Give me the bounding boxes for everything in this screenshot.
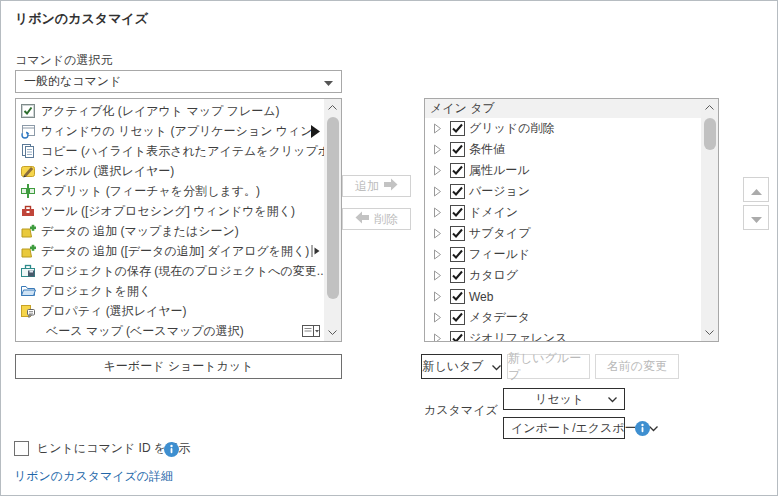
new-group-label: 新しいグループ: [508, 350, 589, 384]
toolbox-icon: [20, 203, 36, 219]
flyout-arrow-icon[interactable]: [311, 125, 324, 138]
expander-icon[interactable]: [433, 333, 442, 341]
scrollbar-thumb[interactable]: [327, 117, 339, 299]
tab-item[interactable]: メタデータ: [425, 307, 701, 328]
info-icon[interactable]: [164, 442, 179, 457]
keyboard-shortcuts-label: キーボード ショートカット: [104, 358, 254, 375]
show-command-id-checkbox[interactable]: [14, 441, 29, 456]
tab-item[interactable]: Web: [425, 286, 701, 307]
tab-checkbox[interactable]: [450, 163, 465, 178]
rename-button[interactable]: 名前の変更: [595, 354, 679, 379]
tab-item[interactable]: サブタイプ: [425, 223, 701, 244]
command-item[interactable]: コピー (ハイライト表示されたアイテムをクリップボー...: [16, 141, 324, 161]
flyout-arrow-small-icon[interactable]: [311, 245, 324, 257]
symbol-icon: [20, 163, 36, 179]
triangle-up-icon: [751, 181, 762, 199]
tab-checkbox[interactable]: [450, 268, 465, 283]
tabs-scrollbar[interactable]: [701, 99, 718, 341]
split-icon: [20, 183, 36, 199]
command-item[interactable]: プロジェクトを開く: [16, 281, 324, 301]
tab-checkbox[interactable]: [450, 205, 465, 220]
expander-icon[interactable]: [433, 270, 442, 281]
command-item[interactable]: ベース マップ (ベースマップの選択): [16, 321, 324, 341]
expander-icon[interactable]: [433, 291, 442, 302]
tab-checkbox[interactable]: [450, 184, 465, 199]
expander-icon[interactable]: [433, 312, 442, 323]
tab-label: ジオリファレンス: [469, 330, 567, 341]
add-data-icon: [20, 243, 36, 259]
tabs-tree-rows: グリッドの削除 条件値 属性ルール バージョン ドメイン: [425, 118, 701, 341]
tab-checkbox[interactable]: [450, 226, 465, 241]
expander-icon[interactable]: [433, 207, 442, 218]
commands-scrollbar[interactable]: [324, 99, 341, 341]
tab-item[interactable]: 属性ルール: [425, 160, 701, 181]
new-tab-label: 新しいタブ: [422, 358, 483, 375]
arrow-right-icon: [384, 178, 398, 194]
info-icon[interactable]: [635, 421, 650, 436]
command-label: コピー (ハイライト表示されたアイテムをクリップボー...: [41, 143, 324, 160]
tab-item[interactable]: バージョン: [425, 181, 701, 202]
new-group-button[interactable]: 新しいグループ: [507, 354, 590, 379]
command-item[interactable]: データの 追加 (マップまたはシーン): [16, 221, 324, 241]
tab-item[interactable]: ドメイン: [425, 202, 701, 223]
command-item[interactable]: ウィンドウの リセット (アプリケーション ウィンドウを...: [16, 121, 324, 141]
arrow-left-icon: [355, 211, 369, 227]
scroll-up-button[interactable]: [701, 99, 718, 116]
chevron-down-icon: [649, 421, 658, 435]
import-export-label: インポート/エクスポート: [511, 420, 649, 437]
commands-list: アクティブ化 (レイアウト マップ フレーム) ウィンドウの リセット (アプリ…: [15, 98, 342, 342]
tab-item[interactable]: 条件値: [425, 139, 701, 160]
remove-button[interactable]: 削除: [342, 208, 411, 230]
expander-icon[interactable]: [433, 165, 442, 176]
tab-checkbox[interactable]: [450, 121, 465, 136]
command-label: データの 追加 (マップまたはシーン): [41, 223, 239, 240]
command-item[interactable]: シンボル (選択レイヤー): [16, 161, 324, 181]
scroll-down-button[interactable]: [701, 324, 718, 341]
scroll-up-button[interactable]: [324, 99, 341, 116]
expander-icon[interactable]: [433, 228, 442, 239]
command-item[interactable]: データの 追加 ([データの追加] ダイアログを開く): [16, 241, 324, 261]
expander-icon[interactable]: [433, 249, 442, 260]
command-label: プロジェクトの保存 (現在のプロジェクトへの変更...: [41, 263, 324, 280]
new-tab-dropdown[interactable]: 新しいタブ: [421, 354, 502, 379]
window-reset-icon: [20, 123, 36, 139]
command-label: ウィンドウの リセット (アプリケーション ウィンドウを...: [41, 123, 311, 140]
customize-ribbon-dialog: リボンのカスタマイズ コマンドの選択元 一般的なコマンド アクティブ化 (レイア…: [0, 0, 778, 496]
tab-checkbox[interactable]: [450, 289, 465, 304]
command-source-value: 一般的なコマンド: [24, 73, 121, 90]
tab-item[interactable]: カタログ: [425, 265, 701, 286]
expander-icon[interactable]: [433, 186, 442, 197]
tab-label: Web: [469, 290, 493, 304]
import-export-dropdown[interactable]: インポート/エクスポート: [503, 417, 625, 439]
tab-item[interactable]: フィールド: [425, 244, 701, 265]
command-item[interactable]: プロパティ (選択レイヤー): [16, 301, 324, 321]
tab-checkbox[interactable]: [450, 142, 465, 157]
command-item[interactable]: プロジェクトの保存 (現在のプロジェクトへの変更...: [16, 261, 324, 281]
chevron-down-icon: [324, 75, 333, 89]
command-item[interactable]: アクティブ化 (レイアウト マップ フレーム): [16, 101, 324, 121]
command-item[interactable]: スプリット (フィーチャを分割します。): [16, 181, 324, 201]
move-down-button[interactable]: [743, 205, 769, 230]
tab-checkbox[interactable]: [450, 331, 465, 341]
keyboard-shortcuts-button[interactable]: キーボード ショートカット: [15, 354, 342, 379]
ribbon-customize-details-link[interactable]: リボンのカスタマイズの詳細: [14, 468, 173, 485]
scrollbar-thumb[interactable]: [704, 118, 716, 150]
reset-dropdown[interactable]: リセット: [503, 388, 625, 410]
reset-label: リセット: [511, 391, 608, 408]
expander-icon[interactable]: [433, 144, 442, 155]
tab-checkbox[interactable]: [450, 247, 465, 262]
tab-item[interactable]: ジオリファレンス: [425, 328, 701, 341]
rename-label: 名前の変更: [607, 358, 667, 375]
expander-icon[interactable]: [433, 123, 442, 134]
command-item[interactable]: ツール ([ジオプロセシング] ウィンドウを開く): [16, 201, 324, 221]
tab-item[interactable]: グリッドの削除: [425, 118, 701, 139]
commands-list-rows: アクティブ化 (レイアウト マップ フレーム) ウィンドウの リセット (アプリ…: [16, 99, 324, 341]
add-button[interactable]: 追加: [342, 175, 411, 197]
command-source-dropdown[interactable]: 一般的なコマンド: [15, 70, 342, 93]
tab-label: 属性ルール: [469, 162, 530, 179]
move-up-button[interactable]: [743, 177, 769, 202]
scroll-down-button[interactable]: [324, 324, 341, 341]
tab-checkbox[interactable]: [450, 310, 465, 325]
tab-label: メタデータ: [469, 309, 530, 326]
tab-label: グリッドの削除: [469, 120, 554, 137]
